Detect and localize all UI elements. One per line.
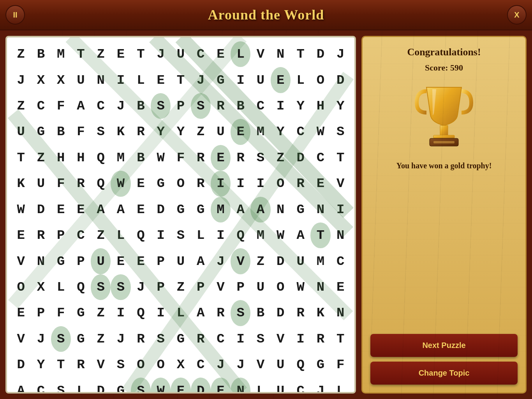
grid-cell[interactable]: Y bbox=[271, 119, 291, 145]
grid-cell[interactable]: W bbox=[271, 222, 291, 248]
grid-cell[interactable]: E bbox=[331, 274, 351, 300]
grid-cell[interactable]: J bbox=[31, 326, 51, 352]
grid-cell[interactable]: X bbox=[31, 274, 51, 300]
grid-cell[interactable]: R bbox=[191, 145, 211, 171]
grid-cell[interactable]: V bbox=[211, 274, 231, 300]
grid-cell[interactable]: T bbox=[71, 41, 91, 67]
grid-cell[interactable]: P bbox=[171, 93, 190, 119]
grid-cell[interactable]: Z bbox=[91, 222, 111, 248]
grid-cell[interactable]: T bbox=[51, 352, 71, 378]
grid-cell[interactable]: R bbox=[191, 326, 211, 352]
grid-cell[interactable]: S bbox=[231, 300, 250, 326]
grid-cell[interactable]: S bbox=[151, 93, 171, 119]
grid-cell[interactable]: L bbox=[331, 378, 351, 394]
grid-cell[interactable]: I bbox=[111, 67, 130, 93]
grid-cell[interactable]: R bbox=[211, 93, 231, 119]
grid-cell[interactable]: Z bbox=[11, 41, 31, 67]
grid-cell[interactable]: P bbox=[31, 300, 51, 326]
grid-cell[interactable]: Q bbox=[231, 222, 250, 248]
grid-cell[interactable]: I bbox=[250, 171, 270, 196]
grid-cell[interactable]: D bbox=[271, 300, 291, 326]
grid-cell[interactable]: G bbox=[191, 197, 211, 222]
grid-cell[interactable]: S bbox=[331, 119, 351, 145]
grid-cell[interactable]: E bbox=[11, 222, 31, 248]
grid-cell[interactable]: A bbox=[191, 300, 211, 326]
grid-cell[interactable]: F bbox=[171, 145, 190, 171]
grid-cell[interactable]: C bbox=[191, 352, 211, 378]
grid-cell[interactable]: O bbox=[171, 171, 190, 196]
grid-cell[interactable]: L bbox=[171, 300, 190, 326]
grid-cell[interactable]: A bbox=[250, 197, 270, 222]
grid-cell[interactable]: J bbox=[310, 378, 330, 394]
grid-cell[interactable]: F bbox=[71, 119, 91, 145]
close-button[interactable]: X bbox=[507, 5, 527, 25]
grid-cell[interactable]: R bbox=[211, 300, 231, 326]
grid-cell[interactable]: J bbox=[131, 274, 151, 300]
grid-cell[interactable]: M bbox=[211, 197, 231, 222]
grid-cell[interactable]: M bbox=[250, 222, 270, 248]
grid-cell[interactable]: R bbox=[191, 171, 211, 196]
grid-cell[interactable]: U bbox=[11, 119, 31, 145]
grid-cell[interactable]: E bbox=[310, 171, 330, 196]
grid-cell[interactable]: U bbox=[211, 119, 231, 145]
grid-cell[interactable]: S bbox=[250, 326, 270, 352]
next-puzzle-button[interactable]: Next Puzzle bbox=[370, 334, 518, 357]
grid-cell[interactable]: L bbox=[51, 274, 71, 300]
grid-cell[interactable]: A bbox=[291, 222, 310, 248]
grid-cell[interactable]: S bbox=[111, 352, 130, 378]
grid-cell[interactable]: M bbox=[310, 248, 330, 274]
grid-cell[interactable]: Z bbox=[171, 274, 190, 300]
grid-cell[interactable]: L bbox=[111, 222, 130, 248]
grid-cell[interactable]: N bbox=[331, 222, 351, 248]
grid-cell[interactable]: V bbox=[331, 171, 351, 196]
change-topic-button[interactable]: Change Topic bbox=[370, 362, 518, 385]
grid-cell[interactable]: S bbox=[51, 378, 71, 394]
grid-cell[interactable]: A bbox=[11, 378, 31, 394]
grid-cell[interactable]: D bbox=[271, 248, 291, 274]
grid-cell[interactable]: Y bbox=[331, 93, 351, 119]
grid-cell[interactable]: R bbox=[310, 326, 330, 352]
grid-cell[interactable]: V bbox=[11, 326, 31, 352]
grid-cell[interactable]: L bbox=[250, 378, 270, 394]
grid-cell[interactable]: C bbox=[211, 326, 231, 352]
grid-cell[interactable]: S bbox=[151, 326, 171, 352]
grid-cell[interactable]: R bbox=[131, 326, 151, 352]
grid-cell[interactable]: N bbox=[310, 197, 330, 222]
grid-cell[interactable]: J bbox=[211, 352, 231, 378]
grid-cell[interactable]: Z bbox=[91, 41, 111, 67]
grid-cell[interactable]: X bbox=[31, 67, 51, 93]
grid-cell[interactable]: P bbox=[51, 222, 71, 248]
grid-cell[interactable]: M bbox=[111, 145, 130, 171]
grid-cell[interactable]: I bbox=[211, 171, 231, 196]
grid-cell[interactable]: H bbox=[51, 145, 71, 171]
grid-cell[interactable]: J bbox=[151, 41, 171, 67]
grid-cell[interactable]: T bbox=[331, 145, 351, 171]
grid-cell[interactable]: N bbox=[331, 300, 351, 326]
grid-cell[interactable]: G bbox=[151, 171, 171, 196]
grid-cell[interactable]: P bbox=[71, 248, 91, 274]
grid-cell[interactable]: F bbox=[331, 352, 351, 378]
grid-cell[interactable]: I bbox=[151, 222, 171, 248]
grid-cell[interactable]: F bbox=[51, 93, 71, 119]
grid-cell[interactable]: D bbox=[291, 145, 310, 171]
grid-cell[interactable]: G bbox=[71, 326, 91, 352]
grid-cell[interactable]: V bbox=[250, 41, 270, 67]
grid-cell[interactable]: R bbox=[291, 300, 310, 326]
grid-cell[interactable]: T bbox=[11, 145, 31, 171]
grid-cell[interactable]: D bbox=[91, 378, 111, 394]
grid-cell[interactable]: O bbox=[271, 274, 291, 300]
pause-button[interactable]: II bbox=[5, 5, 25, 25]
grid-cell[interactable]: G bbox=[310, 352, 330, 378]
grid-cell[interactable]: K bbox=[111, 119, 130, 145]
grid-cell[interactable]: S bbox=[191, 93, 211, 119]
grid-cell[interactable]: C bbox=[91, 93, 111, 119]
grid-cell[interactable]: V bbox=[231, 248, 250, 274]
grid-cell[interactable]: G bbox=[31, 119, 51, 145]
grid-cell[interactable]: V bbox=[91, 352, 111, 378]
grid-cell[interactable]: I bbox=[211, 222, 231, 248]
grid-cell[interactable]: S bbox=[131, 378, 151, 394]
grid-cell[interactable]: A bbox=[71, 93, 91, 119]
grid-cell[interactable]: Q bbox=[131, 222, 151, 248]
grid-cell[interactable]: E bbox=[151, 67, 171, 93]
grid-cell[interactable]: J bbox=[191, 67, 211, 93]
